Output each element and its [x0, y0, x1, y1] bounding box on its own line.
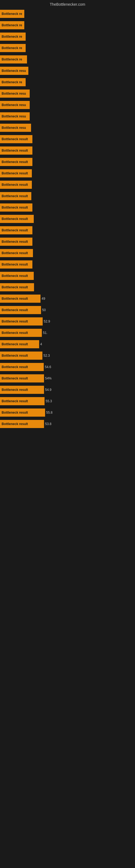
- bar-label: Bottleneck result: [0, 249, 33, 257]
- bar-value: 51.: [42, 331, 48, 335]
- bar-row: Bottleneck result: [0, 180, 135, 190]
- bar-label: Bottleneck result: [0, 158, 32, 166]
- site-title: TheBottlenecker.com: [0, 0, 135, 8]
- bar-value: 54%: [44, 376, 52, 380]
- bar-label: Bottleneck result: [0, 397, 45, 405]
- bar-row: Bottleneck result54.6: [0, 362, 135, 372]
- bar-value: 4: [39, 342, 42, 346]
- bar-row: Bottleneck re: [0, 31, 135, 42]
- bar-label: Bottleneck result: [0, 374, 44, 382]
- bar-row: Bottleneck resu: [0, 123, 135, 133]
- bar-row: Bottleneck result: [0, 168, 135, 179]
- bar-label: Bottleneck result: [0, 169, 32, 177]
- bar-label: Bottleneck re: [0, 33, 26, 41]
- bar-value: 54.9: [44, 388, 51, 392]
- bar-value: 53.8: [44, 422, 51, 426]
- bar-label: Bottleneck resu: [0, 101, 30, 109]
- bar-label: Bottleneck resu: [0, 90, 30, 98]
- bar-row: Bottleneck result55.3: [0, 396, 135, 406]
- bar-row: Bottleneck result53.8: [0, 419, 135, 429]
- bar-label: Bottleneck result: [0, 340, 39, 348]
- bar-row: Bottleneck result: [0, 248, 135, 258]
- bar-row: Bottleneck result: [0, 214, 135, 224]
- bar-row: Bottleneck result: [0, 237, 135, 247]
- bar-label: Bottleneck result: [0, 204, 32, 212]
- bar-label: Bottleneck result: [0, 283, 34, 291]
- bar-label: Bottleneck result: [0, 317, 43, 326]
- bar-label: Bottleneck result: [0, 306, 41, 314]
- bar-value: 50: [41, 308, 46, 312]
- bar-row: Bottleneck resu: [0, 66, 135, 76]
- bar-value: 55.3: [45, 399, 52, 403]
- bar-value: 54.6: [44, 365, 51, 369]
- bar-row: Bottleneck result50: [0, 305, 135, 315]
- bar-row: Bottleneck result: [0, 134, 135, 144]
- bar-label: Bottleneck result: [0, 135, 32, 143]
- header: TheBottlenecker.com: [0, 0, 135, 8]
- bar-row: Bottleneck resu: [0, 100, 135, 110]
- bar-label: Bottleneck result: [0, 147, 32, 155]
- bar-label: Bottleneck result: [0, 363, 44, 371]
- bar-label: Bottleneck result: [0, 329, 42, 337]
- bar-row: Bottleneck re: [0, 54, 135, 65]
- bar-label: Bottleneck result: [0, 420, 44, 428]
- bar-label: Bottleneck result: [0, 215, 34, 223]
- bar-row: Bottleneck result54.9: [0, 384, 135, 395]
- bar-label: Bottleneck resu: [0, 112, 30, 120]
- bar-label: Bottleneck re: [0, 21, 24, 29]
- bar-label: Bottleneck result: [0, 192, 31, 200]
- bar-label: Bottleneck result: [0, 386, 44, 394]
- bar-label: Bottleneck result: [0, 181, 32, 189]
- bar-row: Bottleneck result51.: [0, 328, 135, 338]
- bar-label: Bottleneck re: [0, 44, 26, 52]
- bar-value: 52.3: [42, 354, 50, 358]
- bar-label: Bottleneck re: [0, 78, 26, 86]
- bar-row: Bottleneck re: [0, 77, 135, 87]
- bar-row: Bottleneck resu: [0, 88, 135, 99]
- bar-row: Bottleneck result: [0, 282, 135, 292]
- bar-row: Bottleneck result4: [0, 339, 135, 349]
- bar-row: Bottleneck re: [0, 43, 135, 53]
- bar-row: Bottleneck result55.8: [0, 407, 135, 418]
- bar-label: Bottleneck result: [0, 226, 32, 235]
- bar-chart: Bottleneck reBottleneck reBottleneck reB…: [0, 9, 135, 429]
- bar-label: Bottleneck resu: [0, 67, 28, 75]
- bar-label: Bottleneck result: [0, 294, 41, 303]
- bar-label: Bottleneck result: [0, 238, 32, 246]
- bar-label: Bottleneck result: [0, 351, 42, 360]
- bar-row: Bottleneck result: [0, 191, 135, 201]
- bar-row: Bottleneck result: [0, 225, 135, 236]
- bar-value: 55.8: [45, 411, 52, 414]
- bar-row: Bottleneck resu: [0, 111, 135, 122]
- bar-row: Bottleneck result: [0, 203, 135, 213]
- bar-label: Bottleneck result: [0, 260, 32, 269]
- bar-row: Bottleneck result52.3: [0, 350, 135, 361]
- bar-row: Bottleneck result52.9: [0, 316, 135, 327]
- bar-value: 52.9: [43, 319, 50, 323]
- bar-row: Bottleneck re: [0, 20, 135, 30]
- bar-row: Bottleneck result: [0, 157, 135, 167]
- bar-row: Bottleneck re: [0, 9, 135, 19]
- bar-label: Bottleneck re: [0, 55, 27, 63]
- bar-label: Bottleneck resu: [0, 124, 31, 132]
- bar-row: Bottleneck result: [0, 145, 135, 156]
- bar-row: Bottleneck result: [0, 271, 135, 281]
- bar-label: Bottleneck result: [0, 272, 34, 280]
- bar-row: Bottleneck result54%: [0, 373, 135, 383]
- bar-label: Bottleneck re: [0, 10, 24, 18]
- bar-row: Bottleneck result49: [0, 293, 135, 304]
- bar-value: 49: [41, 297, 45, 301]
- bar-label: Bottleneck result: [0, 408, 45, 416]
- bar-row: Bottleneck result: [0, 259, 135, 270]
